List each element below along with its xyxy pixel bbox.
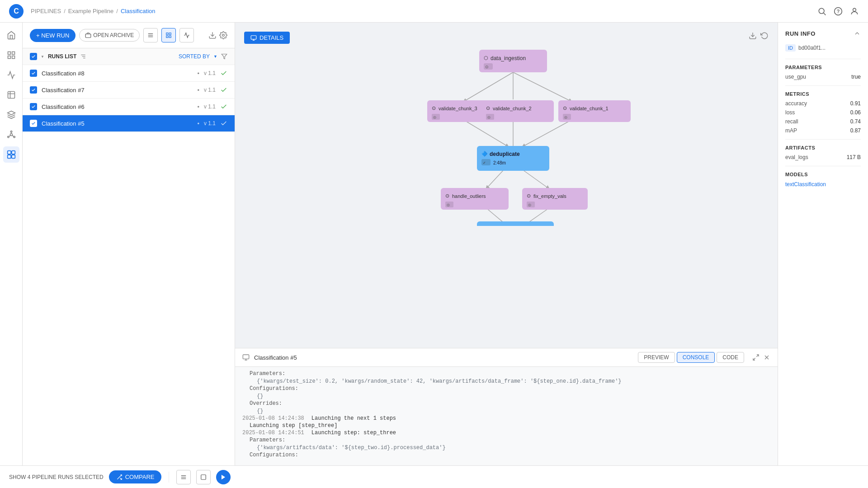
svg-text:⊙: ⊙: [563, 105, 567, 111]
run-checkbox-6[interactable]: [30, 103, 37, 110]
canvas-download-icon[interactable]: [749, 32, 757, 40]
svg-rect-18: [11, 151, 15, 155]
log-line: {'kwargs/artifacts/data': '${step_two.id…: [242, 445, 770, 451]
run-check-6: [220, 103, 227, 110]
log-line: 2025-01-08 14:24:51 Launching step: step…: [242, 430, 770, 436]
bottom-bar: SHOW 4 PIPELINE RUNS SELECTED COMPARE: [0, 465, 868, 488]
pipeline-svg: ⬡ data_ingestion ⊙ ⊙ validate_chunk_3 ◎ …: [244, 32, 769, 226]
svg-rect-102: [201, 474, 206, 479]
compare-button[interactable]: COMPARE: [109, 470, 162, 483]
sidebar-layers[interactable]: [3, 107, 19, 123]
svg-text:fix_empty_vals: fix_empty_vals: [533, 193, 566, 199]
filter-icon[interactable]: [221, 53, 227, 60]
console-actions: [752, 354, 770, 361]
svg-line-44: [522, 120, 572, 147]
run-item-5[interactable]: Classification #5 • v 1.1: [23, 115, 235, 132]
svg-text:🔷: 🔷: [481, 150, 488, 157]
tab-code[interactable]: CODE: [717, 352, 744, 363]
top-nav-right: ?: [817, 7, 859, 16]
metric-row-accuracy: accuracy 0.91: [785, 100, 861, 107]
svg-text:2:48m: 2:48m: [493, 160, 506, 165]
svg-point-30: [222, 34, 225, 37]
log-line: Launching step [step_three]: [242, 422, 770, 429]
runs-list-title: RUNS LIST: [48, 53, 76, 60]
help-icon[interactable]: ?: [834, 7, 843, 16]
log-line: Parameters:: [242, 371, 770, 377]
svg-text:data_ingestion: data_ingestion: [491, 55, 526, 61]
tab-console[interactable]: CONSOLE: [677, 352, 715, 363]
svg-marker-34: [222, 54, 227, 59]
svg-rect-20: [11, 155, 15, 159]
grid-view-button[interactable]: [161, 28, 176, 42]
run-item-6[interactable]: Classification #6 • v 1.1: [23, 99, 235, 115]
param-row: use_gpu true: [785, 74, 861, 80]
svg-text:⊙: ⊙: [445, 193, 449, 198]
svg-rect-27: [166, 36, 168, 38]
run-version-8: v 1.1: [204, 70, 216, 76]
maximize-icon[interactable]: [752, 354, 760, 361]
run-item-8[interactable]: Classification #8 • v 1.1: [23, 65, 235, 82]
svg-text:⊙: ⊙: [486, 105, 490, 111]
model-link[interactable]: textClassification: [785, 181, 826, 188]
runs-panel: + NEW RUN OPEN ARCHIVE: [23, 23, 235, 488]
runs-toolbar: + NEW RUN OPEN ARCHIVE: [23, 23, 235, 48]
run-checkbox-5[interactable]: [30, 120, 37, 127]
bottom-play-btn[interactable]: [216, 470, 231, 484]
search-icon[interactable]: [817, 7, 826, 16]
run-version-5: v 1.1: [204, 120, 216, 127]
run-name-7: Classification #7: [42, 87, 193, 94]
sidebar-pipelines[interactable]: [3, 67, 19, 83]
svg-rect-25: [166, 33, 168, 35]
sidebar-dashboard[interactable]: [3, 47, 19, 63]
sidebar-experiments[interactable]: [3, 87, 19, 103]
sidebar-models[interactable]: [3, 127, 19, 143]
run-name-8: Classification #8: [42, 70, 193, 77]
bottom-stop-btn[interactable]: [196, 470, 211, 484]
close-console-icon[interactable]: [763, 354, 770, 361]
breadcrumb-pipelines[interactable]: PIPELINES: [31, 8, 61, 14]
user-icon[interactable]: [850, 7, 859, 16]
tab-preview[interactable]: PREVIEW: [638, 352, 675, 363]
chart-view-button[interactable]: [179, 28, 194, 42]
svg-text:⊙: ⊙: [527, 193, 531, 198]
svg-rect-84: [477, 221, 554, 226]
sorted-by[interactable]: SORTED BY: [179, 53, 210, 60]
svg-rect-17: [7, 151, 11, 155]
svg-text:◎: ◎: [564, 115, 567, 119]
pipeline-canvas[interactable]: DETAILS: [235, 23, 778, 348]
console-header: Classification #5 PREVIEW CONSOLE CODE: [235, 348, 778, 367]
open-archive-button[interactable]: OPEN ARCHIVE: [79, 29, 140, 42]
log-line: Parameters:: [242, 437, 770, 444]
svg-text:◎: ◎: [528, 203, 531, 207]
svg-rect-68: [477, 146, 549, 171]
canvas-top-right: [749, 32, 769, 40]
artifacts-title: ARTIFACTS: [785, 145, 861, 150]
svg-line-45: [486, 169, 504, 189]
run-item-7[interactable]: Classification #7 • v 1.1: [23, 82, 235, 99]
run-checkbox-7[interactable]: [30, 86, 37, 94]
logo[interactable]: C: [9, 4, 24, 19]
bottom-list-btn[interactable]: [176, 470, 191, 484]
parameters-title: PARAMETERS: [785, 65, 861, 70]
new-run-button[interactable]: + NEW RUN: [30, 29, 75, 42]
run-check-5: [220, 120, 227, 127]
svg-text:handle_outliers: handle_outliers: [452, 193, 486, 199]
sidebar-active[interactable]: [3, 146, 19, 163]
sidebar-home[interactable]: [3, 27, 19, 43]
breadcrumb-example-pipeline[interactable]: Example Pipeline: [68, 8, 113, 14]
list-view-button[interactable]: [143, 28, 158, 42]
svg-line-93: [756, 355, 759, 357]
details-button[interactable]: DETAILS: [244, 32, 290, 44]
svg-text:deduplicate: deduplicate: [490, 151, 520, 157]
top-nav: C PIPELINES / Example Pipeline / Classif…: [0, 0, 868, 23]
canvas-refresh-icon[interactable]: [760, 32, 769, 40]
collapse-icon[interactable]: [854, 30, 861, 37]
settings-icon[interactable]: [219, 31, 227, 39]
svg-text:validate_chunk_2: validate_chunk_2: [493, 106, 532, 111]
svg-marker-103: [222, 474, 225, 479]
log-line: Configurations:: [242, 452, 770, 459]
svg-rect-19: [7, 155, 11, 159]
svg-point-4: [853, 8, 856, 11]
download-icon[interactable]: [208, 31, 217, 39]
run-checkbox-8[interactable]: [30, 70, 37, 77]
